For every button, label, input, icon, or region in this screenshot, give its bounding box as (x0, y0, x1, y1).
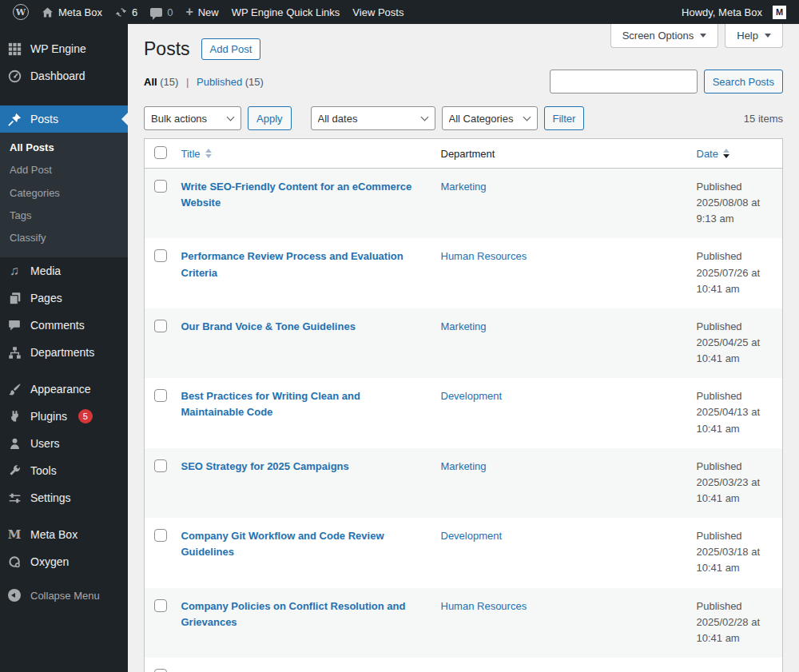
comments-menu[interactable]: 0 (144, 0, 179, 24)
sidebar-item-users[interactable]: Users (0, 430, 128, 457)
comments-bubble-icon (6, 317, 22, 333)
department-link[interactable]: Development (441, 390, 503, 402)
row-checkbox[interactable] (154, 249, 167, 262)
posts-submenu: All Posts Add Post Categories Tags Class… (0, 133, 128, 257)
dates-filter-select[interactable]: All dates (311, 106, 435, 130)
view-filter-separator: | (186, 76, 189, 88)
department-link[interactable]: Development (441, 530, 503, 542)
search-posts-button[interactable]: Search Posts (704, 70, 783, 93)
chevron-down-icon (765, 34, 771, 38)
sidebar-item-wp-engine[interactable]: WP Engine (0, 35, 128, 62)
row-checkbox[interactable] (154, 669, 167, 672)
wordpress-menu[interactable]: W (6, 0, 35, 24)
dashboard-gauge-icon (6, 68, 22, 84)
submenu-item-classify[interactable]: Classify (0, 227, 128, 249)
post-title-link[interactable]: Company Policies on Conflict Resolution … (181, 600, 406, 628)
submenu-item-all-posts[interactable]: All Posts (0, 137, 128, 159)
sidebar-item-plugins[interactable]: Plugins 5 (0, 403, 128, 430)
sidebar-label-appearance: Appearance (30, 383, 91, 396)
pages-icon (6, 290, 22, 306)
bulk-actions-select[interactable]: Bulk actions (144, 106, 241, 130)
table-row: Performance Review Process and Evaluatio… (145, 238, 783, 308)
wp-engine-quick-links-menu[interactable]: WP Engine Quick Links (225, 0, 347, 24)
select-all-checkbox[interactable] (154, 146, 167, 159)
post-date: 2025/04/25 at 10:41 am (697, 335, 775, 367)
department-link[interactable]: Human Resources (441, 600, 527, 612)
view-posts-menu[interactable]: View Posts (346, 0, 410, 24)
sidebar-label-pages: Pages (30, 292, 62, 304)
sidebar-item-dashboard[interactable]: Dashboard (0, 62, 128, 89)
new-content-menu[interactable]: + New (179, 0, 225, 24)
comments-count: 0 (167, 6, 173, 18)
row-checkbox[interactable] (154, 529, 167, 542)
post-date: 2025/07/26 at 10:41 am (697, 265, 775, 297)
my-account-menu[interactable]: Howdy, Meta Box M (675, 0, 793, 24)
row-checkbox[interactable] (154, 389, 167, 402)
plugins-update-badge: 5 (78, 409, 93, 423)
search-input[interactable] (550, 70, 698, 93)
sidebar-label-meta-box: Meta Box (30, 528, 78, 541)
post-title-link[interactable]: Performance Review Process and Evaluatio… (181, 250, 403, 278)
chevron-down-icon (700, 34, 706, 38)
sidebar-item-posts[interactable]: Posts (0, 105, 128, 133)
submenu-item-add-post[interactable]: Add Post (0, 159, 128, 181)
sidebar-label-dashboard: Dashboard (30, 70, 85, 82)
department-link[interactable]: Marketing (441, 320, 487, 332)
department-link[interactable]: Marketing (441, 460, 487, 472)
categories-filter-select[interactable]: All Categories (442, 106, 538, 130)
sidebar-item-appearance[interactable]: Appearance (0, 376, 128, 403)
post-status: Published (697, 179, 775, 195)
main-content: Screen Options Help Posts Add Post All (… (128, 24, 799, 672)
department-column-header: Department (441, 148, 495, 160)
sidebar-item-pages[interactable]: Pages (0, 284, 128, 312)
sidebar-item-meta-box[interactable]: M Meta Box (0, 521, 128, 548)
table-row: Best Practices for Writing Clean and Mai… (145, 378, 783, 447)
view-filter-published[interactable]: Published (197, 76, 242, 88)
users-icon (6, 435, 22, 451)
post-status: Published (697, 249, 775, 264)
sort-by-date[interactable]: Date (697, 148, 729, 160)
items-count: 15 items (744, 113, 783, 125)
comments-icon (150, 8, 162, 17)
sort-by-title[interactable]: Title (181, 148, 212, 160)
department-link[interactable]: Marketing (441, 181, 487, 193)
submenu-item-tags[interactable]: Tags (0, 205, 128, 227)
sidebar-item-tools[interactable]: Tools (0, 457, 128, 484)
sidebar-item-settings[interactable]: Settings (0, 484, 128, 511)
sidebar-item-comments[interactable]: Comments (0, 312, 128, 339)
post-title-link[interactable]: Write SEO-Friendly Content for an eComme… (181, 181, 412, 209)
row-checkbox[interactable] (154, 459, 167, 472)
sidebar-label-wp-engine: WP Engine (30, 42, 86, 55)
sidebar-label-departments: Departments (30, 346, 94, 359)
table-row: How to Handle Leave Requests and Time-of… (145, 658, 783, 672)
sidebar-item-oxygen[interactable]: Oxygen (0, 548, 128, 575)
add-post-button[interactable]: Add Post (201, 38, 261, 60)
help-button[interactable]: Help (725, 24, 783, 48)
post-status: Published (697, 459, 775, 475)
updates-count: 6 (132, 6, 137, 18)
site-name-menu[interactable]: Meta Box (35, 0, 109, 24)
row-checkbox[interactable] (154, 320, 167, 332)
post-title-link[interactable]: Our Brand Voice & Tone Guidelines (181, 320, 356, 332)
row-checkbox[interactable] (154, 599, 167, 612)
department-link[interactable]: Human Resources (441, 250, 527, 262)
sidebar-item-departments[interactable]: Departments (0, 339, 128, 366)
updates-menu[interactable]: 6 (109, 0, 144, 24)
filter-button[interactable]: Filter (544, 106, 585, 130)
post-title-link[interactable]: Company Git Workflow and Code Review Gui… (181, 530, 384, 558)
collapse-menu-button[interactable]: Collapse Menu (0, 582, 128, 609)
post-title-link[interactable]: Best Practices for Writing Clean and Mai… (181, 390, 360, 418)
sidebar-item-media[interactable]: ♫ Media (0, 257, 128, 284)
view-posts-label: View Posts (352, 6, 403, 18)
meta-box-m-icon: M (6, 527, 22, 543)
apply-button[interactable]: Apply (248, 106, 292, 130)
wordpress-logo-icon: W (13, 4, 29, 20)
post-title-link[interactable]: SEO Strategy for 2025 Campaigns (181, 460, 349, 472)
collapse-menu-label: Collapse Menu (30, 590, 100, 602)
row-checkbox[interactable] (154, 180, 167, 193)
screen-options-label: Screen Options (622, 30, 694, 42)
screen-options-button[interactable]: Screen Options (610, 24, 719, 48)
submenu-item-categories[interactable]: Categories (0, 182, 128, 205)
post-status: Published (697, 668, 775, 672)
view-filter-all[interactable]: All (144, 76, 157, 88)
